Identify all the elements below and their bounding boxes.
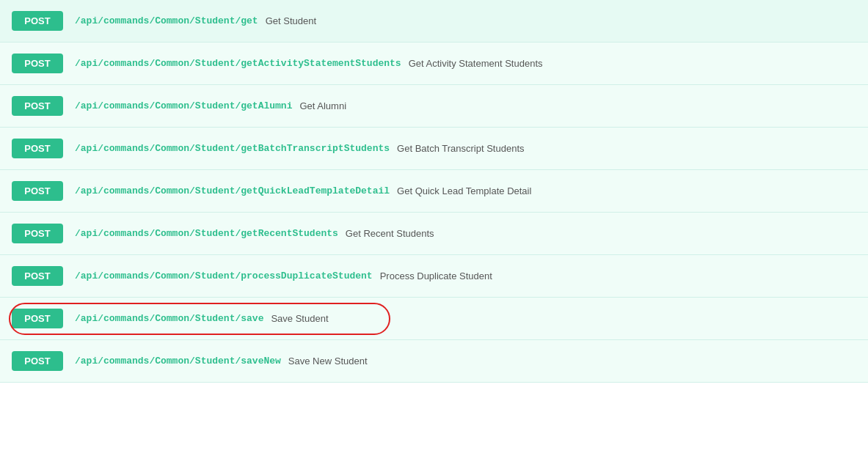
- api-path: /api/commands/Common/Student/getAlumni: [75, 100, 292, 111]
- method-badge: POST: [12, 309, 63, 328]
- api-row-getBatchTranscriptStudents[interactable]: POST/api/commands/Common/Student/getBatc…: [0, 128, 868, 170]
- api-path: /api/commands/Common/Student/get: [75, 15, 258, 26]
- api-row-getAlumni[interactable]: POST/api/commands/Common/Student/getAlum…: [0, 85, 868, 128]
- api-description: Get Student: [266, 15, 316, 26]
- api-row-getRecentStudents[interactable]: POST/api/commands/Common/Student/getRece…: [0, 213, 868, 255]
- api-description: Get Quick Lead Template Detail: [397, 185, 531, 196]
- method-badge: POST: [12, 96, 63, 116]
- api-description: Get Activity Statement Students: [409, 58, 543, 69]
- api-path: /api/commands/Common/Student/getRecentSt…: [75, 228, 338, 239]
- api-row-processDuplicateStudent[interactable]: POST/api/commands/Common/Student/process…: [0, 255, 868, 298]
- api-row-saveNew[interactable]: POST/api/commands/Common/Student/saveNew…: [0, 340, 868, 383]
- method-badge: POST: [12, 351, 63, 371]
- api-description: Save Student: [271, 313, 328, 324]
- api-description: Get Batch Transcript Students: [397, 143, 524, 154]
- api-path: /api/commands/Common/Student/getQuickLea…: [75, 185, 390, 196]
- api-description: Get Alumni: [299, 100, 346, 111]
- api-list: POST/api/commands/Common/Student/getGet …: [0, 0, 868, 383]
- method-badge: POST: [12, 54, 63, 73]
- api-row-get[interactable]: POST/api/commands/Common/Student/getGet …: [0, 0, 868, 43]
- api-row-save[interactable]: POST/api/commands/Common/Student/saveSav…: [0, 298, 868, 340]
- method-badge: POST: [12, 266, 63, 286]
- api-path: /api/commands/Common/Student/getBatchTra…: [75, 143, 390, 154]
- api-description: Process Duplicate Student: [380, 270, 492, 281]
- method-badge: POST: [12, 181, 63, 201]
- api-row-getQuickLeadTemplateDetail[interactable]: POST/api/commands/Common/Student/getQuic…: [0, 170, 868, 213]
- api-path: /api/commands/Common/Student/saveNew: [75, 356, 281, 367]
- api-row-getActivityStatementStudents[interactable]: POST/api/commands/Common/Student/getActi…: [0, 43, 868, 85]
- method-badge: POST: [12, 139, 63, 158]
- api-path: /api/commands/Common/Student/processDupl…: [75, 270, 373, 281]
- api-path: /api/commands/Common/Student/save: [75, 313, 263, 324]
- api-description: Get Recent Students: [346, 228, 434, 239]
- method-badge: POST: [12, 11, 63, 31]
- method-badge: POST: [12, 224, 63, 243]
- api-description: Save New Student: [288, 356, 368, 367]
- api-path: /api/commands/Common/Student/getActivity…: [75, 58, 401, 69]
